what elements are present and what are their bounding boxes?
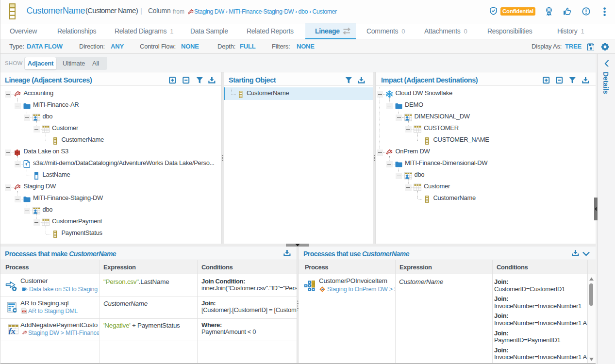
svg-text:fx: fx xyxy=(9,327,16,335)
